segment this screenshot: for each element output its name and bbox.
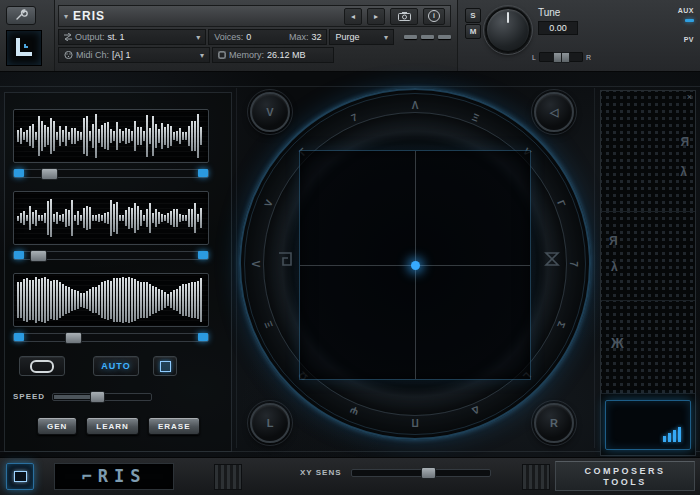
snapshot-view-button[interactable] bbox=[390, 8, 418, 25]
loop-mode-button[interactable] bbox=[19, 356, 65, 376]
corner-knob-bottom-left[interactable]: L bbox=[250, 403, 290, 443]
xy-sens-slider[interactable] bbox=[351, 467, 491, 477]
info-view-button[interactable]: i bbox=[423, 8, 445, 25]
instrument-title-bar: ▾ ERIS ◂ ▸ i bbox=[58, 5, 451, 27]
wave-bar bbox=[44, 277, 46, 323]
ring-glyph: Λ bbox=[407, 98, 423, 114]
slider-handle[interactable] bbox=[65, 332, 82, 344]
wave-bar bbox=[140, 127, 142, 146]
footer-led-button[interactable] bbox=[6, 463, 34, 490]
wave-bar bbox=[59, 215, 61, 220]
wave-bar bbox=[149, 284, 151, 316]
next-instrument-button[interactable]: ▸ bbox=[367, 8, 385, 25]
wave-bar bbox=[170, 211, 172, 224]
wave-bar bbox=[35, 210, 37, 227]
wave-bar bbox=[116, 202, 118, 233]
wave-bar bbox=[71, 289, 73, 312]
pan-slider[interactable] bbox=[539, 52, 583, 62]
wave-bar bbox=[107, 212, 109, 224]
wave-bar bbox=[122, 131, 124, 140]
wave-bar bbox=[131, 131, 133, 141]
wave-bar bbox=[140, 210, 142, 225]
slider-handle[interactable] bbox=[421, 467, 436, 479]
wave-bar bbox=[95, 114, 97, 158]
wave-bar bbox=[20, 282, 22, 318]
wave-bar bbox=[53, 214, 55, 222]
tune-knob[interactable] bbox=[485, 7, 531, 53]
pattern-icon bbox=[160, 361, 171, 372]
voices-readout: Voices: 0 Max: 32 bbox=[208, 29, 327, 45]
wave-bar bbox=[23, 211, 25, 225]
wave-bar bbox=[152, 116, 154, 157]
instrument-logo-button[interactable] bbox=[6, 30, 42, 66]
tune-value[interactable]: 0.00 bbox=[538, 21, 578, 35]
wave-bar bbox=[98, 214, 100, 222]
wave-bar bbox=[200, 127, 202, 146]
wave-module-2 bbox=[13, 191, 209, 260]
wave-bar bbox=[119, 278, 121, 323]
footer-bar: ⌐RIS XY SENS COMPOSERS TOOLS bbox=[0, 457, 700, 495]
xy-pad[interactable] bbox=[299, 150, 531, 380]
wave-bar bbox=[161, 290, 163, 309]
edit-instrument-button[interactable] bbox=[6, 6, 36, 25]
close-icon[interactable]: × bbox=[687, 92, 692, 102]
slider-right-led bbox=[198, 169, 208, 177]
slider-handle[interactable] bbox=[90, 391, 105, 403]
wave-bar bbox=[164, 215, 166, 221]
meter-segment bbox=[404, 35, 417, 39]
aux-label[interactable]: AUX bbox=[678, 7, 694, 14]
equalizer-bars-icon bbox=[663, 427, 681, 442]
solo-button[interactable]: S bbox=[465, 8, 481, 23]
wave-bar bbox=[104, 281, 106, 319]
learn-button[interactable]: LEARN bbox=[86, 417, 139, 435]
wave-slider-2[interactable] bbox=[13, 250, 209, 260]
wave-bar bbox=[200, 208, 202, 227]
wave-bar bbox=[17, 216, 19, 221]
mute-button[interactable]: M bbox=[465, 24, 481, 39]
wave-slider-3[interactable] bbox=[13, 332, 209, 342]
slider-handle[interactable] bbox=[41, 168, 58, 180]
wave-bar bbox=[158, 212, 160, 225]
wave-bar bbox=[137, 281, 139, 319]
speed-slider[interactable] bbox=[52, 391, 152, 401]
corner-knob-top-right[interactable]: ◁ bbox=[534, 92, 574, 132]
wave-bar bbox=[191, 282, 193, 319]
wave-bar bbox=[137, 206, 139, 230]
xy-cursor[interactable] bbox=[411, 261, 420, 270]
wave-bar bbox=[41, 121, 43, 150]
output-dropdown[interactable]: Output: st. 1 ▾ bbox=[58, 29, 206, 45]
pan-left-label: L bbox=[532, 54, 536, 61]
wave-bar bbox=[143, 282, 145, 318]
waveform-display-3 bbox=[13, 273, 209, 327]
wave-bar bbox=[182, 132, 184, 140]
pattern-button[interactable] bbox=[153, 356, 177, 376]
erase-button[interactable]: ERASE bbox=[148, 417, 201, 435]
corner-knob-bottom-right[interactable]: R bbox=[534, 403, 574, 443]
memory-label: Memory: bbox=[229, 50, 264, 60]
wave-slider-1[interactable] bbox=[13, 168, 209, 178]
pan-handle[interactable] bbox=[561, 52, 570, 63]
slider-right-led bbox=[198, 251, 208, 259]
wave-bar bbox=[191, 121, 193, 152]
wave-bar bbox=[155, 209, 157, 226]
wave-bar bbox=[122, 215, 124, 221]
corner-knob-top-left[interactable]: V bbox=[250, 92, 290, 132]
matrix-section-2: Я λ bbox=[601, 212, 695, 301]
output-label: Output: bbox=[75, 32, 105, 42]
midi-channel-dropdown[interactable]: Midi Ch: [A] 1 ▾ bbox=[58, 47, 210, 63]
gen-button[interactable]: GEN bbox=[37, 417, 77, 435]
wave-bar bbox=[89, 289, 91, 311]
wave-bar bbox=[140, 282, 142, 319]
wave-bar bbox=[143, 215, 145, 221]
wave-bar bbox=[116, 122, 118, 150]
wave-bar bbox=[194, 121, 196, 152]
matrix-status-display[interactable] bbox=[605, 400, 691, 450]
slider-handle[interactable] bbox=[30, 250, 47, 262]
prev-instrument-button[interactable]: ◂ bbox=[344, 8, 362, 25]
wave-bar bbox=[71, 200, 73, 237]
instrument-menu-caret-icon[interactable]: ▾ bbox=[64, 12, 68, 21]
camera-icon bbox=[398, 12, 411, 21]
auto-button[interactable]: AUTO bbox=[93, 356, 139, 376]
purge-dropdown[interactable]: Purge ▾ bbox=[329, 29, 394, 45]
pv-label[interactable]: PV bbox=[678, 36, 694, 43]
